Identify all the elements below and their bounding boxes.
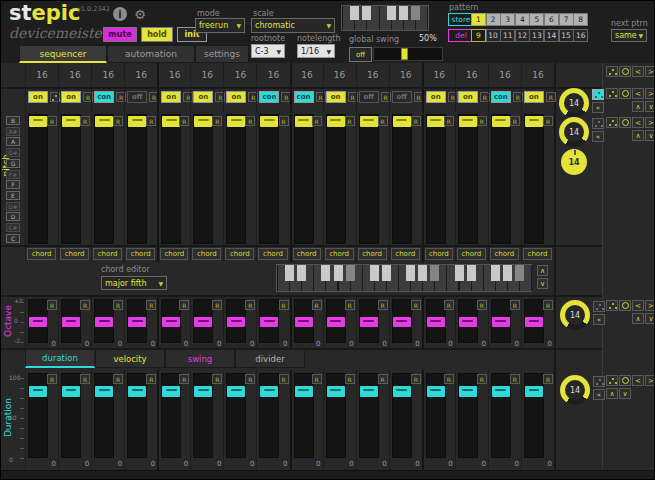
pitch-fader[interactable]	[524, 114, 544, 244]
pitch-fader[interactable]	[426, 114, 446, 244]
gear-icon[interactable]: ⚙	[133, 7, 147, 21]
pitch-random-button[interactable]: R	[245, 116, 255, 126]
gate-state-button[interactable]: on	[426, 91, 446, 103]
pitch-back-button[interactable]: «	[592, 131, 604, 142]
duration-random-button[interactable]: R	[80, 374, 90, 384]
pattern-button-6[interactable]: 6	[544, 13, 559, 26]
subtab-duration[interactable]: duration	[25, 349, 95, 368]
mute-button[interactable]: mute	[103, 27, 137, 42]
pitch-fader-handle[interactable]	[393, 116, 411, 127]
gate-shift-down-button[interactable]: ∨	[645, 101, 655, 112]
duration-random-button[interactable]: R	[543, 374, 553, 384]
pattern-button-7[interactable]: 7	[559, 13, 574, 26]
duration-random-button[interactable]: R	[411, 374, 421, 384]
duration-fader-handle[interactable]	[194, 386, 212, 397]
octave-random-button[interactable]: R	[510, 300, 520, 310]
note-button-Ds[interactable]: D#	[6, 202, 20, 211]
duration-random-button[interactable]: R	[312, 374, 322, 384]
step-count-header[interactable]: 16	[256, 63, 289, 87]
next-pattern-dropdown[interactable]: same▼	[611, 29, 647, 42]
note-button-D[interactable]: D	[6, 212, 20, 221]
pitch-fader-handle[interactable]	[227, 116, 245, 127]
pitch-fader-handle[interactable]	[360, 116, 378, 127]
pitch-random-button[interactable]: R	[47, 116, 57, 126]
pitch-random-button[interactable]: R	[543, 116, 553, 126]
gate-state-button[interactable]: off	[392, 91, 412, 103]
black-key-Fs[interactable]	[406, 265, 415, 281]
octave-fader[interactable]	[193, 299, 213, 343]
black-key-Fs[interactable]	[491, 265, 500, 281]
step-count-header[interactable]: 16	[91, 63, 124, 87]
gate-random-button[interactable]: R	[546, 92, 556, 102]
pitch-fader-handle[interactable]	[162, 116, 180, 127]
pitch-reset-icon[interactable]	[619, 117, 631, 128]
octave-fader-handle[interactable]	[29, 317, 47, 327]
chord-button[interactable]: chord	[457, 248, 486, 260]
chord-button[interactable]: chord	[160, 248, 188, 260]
black-key-Fs[interactable]	[321, 265, 330, 281]
pitch-fader[interactable]	[61, 114, 81, 244]
chord-button[interactable]: chord	[425, 248, 453, 260]
gate-shift-up-button[interactable]: ∧	[632, 101, 644, 112]
rootnote-dropdown[interactable]: C-3▼	[251, 44, 285, 58]
duration-fader[interactable]	[491, 373, 511, 458]
chord-octave-up-button[interactable]: ∧	[537, 265, 548, 276]
pitch-random-mode-icon[interactable]	[592, 118, 604, 129]
note-button-A[interactable]: A	[6, 137, 20, 146]
duration-random-mode-icon[interactable]	[593, 376, 605, 387]
black-key-As[interactable]	[515, 265, 524, 281]
black-key-Cs[interactable]	[285, 265, 294, 281]
subtab-velocity[interactable]: velocity	[95, 349, 165, 368]
gate-state-button[interactable]: off	[127, 91, 147, 103]
gate-state-button[interactable]: on	[458, 91, 478, 103]
chord-button[interactable]: chord	[225, 248, 254, 260]
duration-random-button[interactable]: R	[477, 374, 487, 384]
pattern-button-14[interactable]: 14	[544, 29, 559, 42]
duration-fader[interactable]	[359, 373, 379, 458]
duration-shift-down-button[interactable]: ∨	[619, 388, 631, 399]
octave-shift-down-button[interactable]: ∨	[645, 313, 655, 324]
octave-fader-handle[interactable]	[295, 317, 313, 327]
duration-random-button[interactable]: R	[179, 374, 189, 384]
pattern-button-11[interactable]: 11	[500, 29, 515, 42]
duration-fader-handle[interactable]	[128, 386, 146, 397]
duration-fader-handle[interactable]	[95, 386, 113, 397]
chord-keyboard[interactable]	[276, 264, 532, 292]
subtab-divider[interactable]: divider	[235, 349, 305, 368]
pitch-fader-handle[interactable]	[62, 116, 80, 127]
duration-random-icon[interactable]	[606, 375, 618, 386]
header-shift-right-button[interactable]: >	[645, 66, 655, 77]
step-count-header[interactable]: 16	[389, 63, 422, 87]
duration-fader-handle[interactable]	[393, 386, 411, 397]
chord-button[interactable]: chord	[93, 248, 122, 260]
pitch-fader[interactable]	[259, 114, 279, 244]
octave-random-button[interactable]: R	[543, 300, 553, 310]
pitch-fader[interactable]	[491, 114, 511, 244]
octave-shift-left-button[interactable]: <	[632, 300, 644, 311]
swing-slider[interactable]	[373, 47, 443, 61]
pattern-button-10[interactable]: 10	[486, 29, 501, 42]
octave-fader[interactable]	[359, 299, 379, 343]
step-count-header[interactable]: 16	[455, 63, 488, 87]
step-count-header[interactable]: 16	[356, 63, 389, 87]
black-key-Cs[interactable]	[370, 265, 379, 281]
chord-button[interactable]: chord	[490, 248, 519, 260]
octave-random-button[interactable]: R	[212, 300, 222, 310]
octave-fader[interactable]	[524, 299, 544, 343]
note-button-F[interactable]: F	[6, 180, 20, 189]
black-key-As[interactable]	[346, 265, 355, 281]
duration-fader-handle[interactable]	[62, 386, 80, 397]
black-key-Ds[interactable]	[362, 6, 371, 20]
pitch-fader-handle[interactable]	[260, 116, 278, 127]
pitch-random-button[interactable]: R	[80, 116, 90, 126]
duration-random-button[interactable]: R	[146, 374, 156, 384]
gate-state-button[interactable]: on	[524, 91, 544, 103]
octave-fader[interactable]	[426, 299, 446, 343]
octave-random-button[interactable]: R	[279, 300, 289, 310]
pattern-button-3[interactable]: 3	[500, 13, 515, 26]
black-key-As[interactable]	[430, 265, 439, 281]
pattern-button-4[interactable]: 4	[515, 13, 530, 26]
gate-state-button[interactable]: on	[61, 91, 81, 103]
duration-fader-handle[interactable]	[227, 386, 245, 397]
black-key-Fs[interactable]	[387, 6, 396, 20]
